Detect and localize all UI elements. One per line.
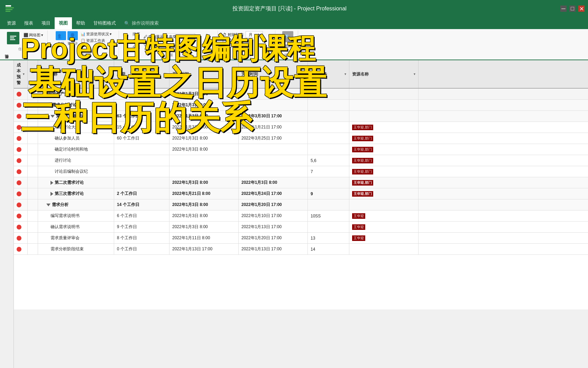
start-time-cell: 2022年1月11日 8:00: [169, 233, 239, 243]
resource-cell: 王华迎: [349, 233, 419, 243]
start-time-cell: 2022年1月3日 8:00: [169, 133, 239, 144]
cost-warning-cell: [14, 166, 28, 177]
zoom-out-button[interactable]: −: [234, 39, 244, 47]
gantt-chart-button[interactable]: [6, 31, 21, 46]
th-cost-warning[interactable]: 成本预警 ▾: [14, 60, 28, 88]
cost-warning-cell: [14, 210, 28, 221]
task-name-cell: 第二次需求讨论: [38, 177, 114, 188]
predecessor-cell: 5,6: [308, 155, 349, 166]
task-name-cell: 准备讨论大纲: [38, 122, 114, 133]
start-time-cell: 2022年1月3日 8:00: [169, 111, 239, 122]
main-content: 成本预警 ▾ 任务名称 ▾ 工期 ▾ 开始时间 ▾ 完成时间 ▾ 前置任务 ▾ …: [14, 60, 588, 309]
table-row[interactable]: 需求分析讨论 2022年1月3日 8:00: [14, 100, 588, 111]
table-row[interactable]: 确认需求说明书 9 个工作日 2022年1月3日 8:00 2022年1月13日…: [14, 222, 588, 233]
duration-cell: 2 个工作日: [114, 188, 169, 199]
table-body: 固定资产投资项目 2022年1月3日 8:00 需求分析讨论 2022年1月3日…: [14, 89, 588, 309]
minimize-button[interactable]: ─: [560, 6, 567, 12]
cost-warning-cell: [14, 111, 28, 122]
highlight-dropdown[interactable]: 非突出显示: [166, 33, 195, 40]
row-num: [28, 222, 38, 232]
end-time-cell: 2022年1月20日 17:00: [239, 233, 308, 243]
predecessor-cell: 14: [308, 244, 349, 254]
duration-cell: [114, 155, 169, 166]
table-row[interactable]: 需求质量评审会 8 个工作日 2022年1月11日 8:00 2022年1月20…: [14, 233, 588, 244]
cost-warning-cell: [14, 244, 28, 254]
end-time-cell: 2022年1月3日 8:00: [239, 177, 308, 188]
task-board-button[interactable]: 任务视图: [17, 46, 34, 52]
table-row[interactable]: 需求分析阶段结束 0 个工作日 2022年1月13日 17:00 2022年1月…: [14, 244, 588, 255]
start-time-cell: [169, 155, 239, 166]
calendar-button[interactable]: 📅日历: [22, 39, 45, 45]
duration-cell: 60 个工作日: [114, 133, 169, 144]
predecessor-cell: [308, 222, 349, 232]
resource-cell: 王华迎,部门: [349, 144, 419, 155]
resource-usage-button[interactable]: 📊资源使用状况▾: [79, 31, 113, 37]
th-task-name[interactable]: 任务名称 ▾: [38, 60, 114, 88]
tab-resource[interactable]: 资源: [3, 17, 20, 29]
network-diagram-button[interactable]: ⬛网络图▾: [22, 32, 45, 38]
row-num: [28, 199, 38, 210]
zoom-label: 缩放: [284, 53, 291, 57]
display-ratio-label: 显示比例: [281, 44, 295, 48]
table-row[interactable]: 固定资产投资项目 2022年1月3日 8:00: [14, 89, 588, 100]
close-button[interactable]: ✕: [578, 6, 585, 12]
table-row[interactable]: 第二次需求讨论 2022年1月3日 8:00 2022年1月3日 8:00 王华…: [14, 177, 588, 188]
table-row[interactable]: 需求分析 14 个工作日 2022年1月3日 8:00 2022年1月20日 1…: [14, 199, 588, 210]
th-num[interactable]: [28, 60, 38, 88]
zoom-in-button[interactable]: +: [223, 39, 232, 47]
data-group-label: 数据: [166, 53, 173, 57]
tables-button[interactable]: 表格: [131, 38, 141, 44]
ribbon-group-resource-view: 👥 分组 👤 资源计 📊资源使用状况▾ 📋资源工作表 资源视图: [50, 30, 119, 58]
tab-view[interactable]: 视图: [55, 17, 72, 29]
resource-cell: [349, 100, 419, 110]
predecessor-cell: 9: [308, 188, 349, 199]
svg-rect-7: [10, 39, 15, 40]
end-time-cell: 2022年1月10日 17:00: [239, 210, 308, 221]
cost-warning-cell: [14, 100, 28, 110]
resource-cell: 王华迎: [349, 222, 419, 232]
predecessor-cell: 7: [308, 166, 349, 177]
th-resource[interactable]: 资源名称 ▾: [349, 60, 419, 88]
th-duration[interactable]: 工期 ▾: [114, 60, 169, 88]
table-row[interactable]: 编写需求说明书 6 个工作日 2022年1月3日 8:00 2022年1月10日…: [14, 210, 588, 222]
predecessor-cell: [308, 177, 349, 188]
row-num: [28, 122, 38, 133]
filter-dropdown[interactable]: 无筛选器: [161, 41, 189, 48]
time-scale-dropdown[interactable]: 月: [246, 31, 263, 38]
task-name-cell: 确定讨论时间和地: [38, 144, 114, 155]
maximize-button[interactable]: □: [569, 6, 576, 12]
cost-warning-cell: [14, 89, 28, 99]
start-time-cell: 2022年1月3日 8:00: [169, 89, 239, 99]
duration-cell: 6 个工作日: [114, 210, 169, 221]
row-num: [28, 244, 38, 254]
end-time-cell: 2022年1月24日 17:00: [239, 188, 308, 199]
th-predecessor[interactable]: 前置任务 ▾: [308, 60, 349, 88]
group-button[interactable]: 分组: [131, 44, 141, 50]
row-num: [28, 89, 38, 99]
task-name-cell: 需求分析: [38, 199, 114, 210]
tab-help[interactable]: 帮助: [72, 17, 89, 29]
task-name-cell: 讨论后编制会议纪: [38, 166, 114, 177]
table-row[interactable]: 准备讨论大纲 15 个工作日 2022年1月3日 8:00 2022年1月21日…: [14, 122, 588, 133]
table-row[interactable]: 讨论后编制会议纪 7 王华迎,部门: [14, 166, 588, 177]
table-row[interactable]: 确定讨论时间和地 2022年1月3日 8:00 王华迎,部门: [14, 144, 588, 155]
duration-cell: [114, 177, 169, 188]
task-name-cell: 固定资产投资项目: [38, 89, 114, 99]
tab-gantt-format[interactable]: 甘特图格式: [89, 17, 120, 29]
row-num: [28, 155, 38, 166]
start-time-cell: 2022年1月3日 8:00: [169, 222, 239, 232]
predecessor-cell: [308, 133, 349, 144]
th-end-time[interactable]: 完成时间 ▾: [239, 60, 308, 88]
start-time-cell: 2022年1月3日 8:00: [169, 144, 239, 155]
table-row[interactable]: 第三次需求讨论 2 个工作日 2022年1月21日 8:00 2022年1月24…: [14, 188, 588, 199]
table-row[interactable]: 进行讨论 5,6 王华迎,部门: [14, 155, 588, 166]
tab-project[interactable]: 项目: [37, 17, 55, 29]
table-row[interactable]: 确认参加人员 60 个工作日 2022年1月3日 8:00 2022年3月25日…: [14, 133, 588, 144]
resource-sheet-button[interactable]: 📋资源工作表: [79, 38, 113, 44]
start-time-cell: 2022年1月3日 8:00: [169, 199, 239, 210]
table-row[interactable]: 第一次需求讨论 63 个工作日 2022年1月3日 8:00 2022年3月30…: [14, 111, 588, 122]
sort-button[interactable]: 排序: [131, 31, 141, 37]
th-start-time[interactable]: 开始时间 ▾: [169, 60, 239, 88]
cost-warning-cell: [14, 144, 28, 155]
tab-report[interactable]: 报表: [20, 17, 37, 29]
